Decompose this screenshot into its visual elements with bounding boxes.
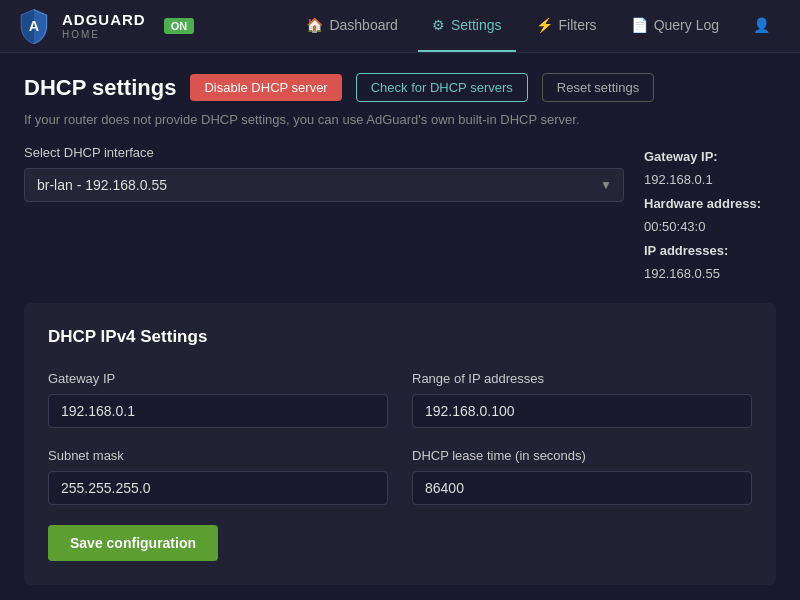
brand-sub: HOME bbox=[62, 29, 146, 40]
nav-label-settings: Settings bbox=[451, 17, 502, 33]
subtitle: If your router does not provide DHCP set… bbox=[24, 112, 776, 127]
subnet-input[interactable] bbox=[48, 471, 388, 505]
page-title-row: DHCP settings Disable DHCP server Check … bbox=[24, 73, 776, 102]
nav-item-settings[interactable]: ⚙ Settings bbox=[418, 0, 516, 52]
lease-time-label: DHCP lease time (in seconds) bbox=[412, 448, 752, 463]
card-title: DHCP IPv4 Settings bbox=[48, 327, 752, 347]
ip-addresses-row: IP addresses: 192.168.0.55 bbox=[644, 239, 776, 286]
svg-text:A: A bbox=[29, 18, 40, 34]
hardware-address-row: Hardware address: 00:50:43:0 bbox=[644, 192, 776, 239]
user-icon: 👤 bbox=[753, 17, 770, 33]
brand-text: ADGUARD HOME bbox=[62, 12, 146, 40]
navbar: A ADGUARD HOME ON 🏠 Dashboard ⚙ Settings… bbox=[0, 0, 800, 53]
range-ip-input[interactable] bbox=[412, 394, 752, 428]
gateway-ip-form-label: Gateway IP bbox=[48, 371, 388, 386]
nav-item-dashboard[interactable]: 🏠 Dashboard bbox=[292, 0, 412, 52]
nav-label-dashboard: Dashboard bbox=[329, 17, 398, 33]
nav-label-filters: Filters bbox=[559, 17, 597, 33]
save-configuration-button[interactable]: Save configuration bbox=[48, 525, 218, 561]
settings-icon: ⚙ bbox=[432, 17, 445, 33]
gateway-ip-label: Gateway IP: bbox=[644, 149, 718, 164]
interface-select[interactable]: br-lan - 192.168.0.55 bbox=[24, 168, 624, 202]
nav-item-querylog[interactable]: 📄 Query Log bbox=[617, 0, 733, 52]
querylog-icon: 📄 bbox=[631, 17, 648, 33]
interface-selector-area: Select DHCP interface br-lan - 192.168.0… bbox=[24, 145, 624, 202]
status-badge: ON bbox=[164, 18, 195, 34]
gateway-ip-value: 192.168.0.1 bbox=[644, 172, 713, 187]
range-ip-group: Range of IP addresses bbox=[412, 371, 752, 428]
nav-label-querylog: Query Log bbox=[654, 17, 719, 33]
nav-item-user[interactable]: 👤 bbox=[739, 0, 784, 52]
logo-icon: A bbox=[16, 8, 52, 44]
hardware-address-value: 00:50:43:0 bbox=[644, 219, 705, 234]
nav-item-filters[interactable]: ⚡ Filters bbox=[522, 0, 611, 52]
gateway-ip-row: Gateway IP: 192.168.0.1 bbox=[644, 145, 776, 192]
brand: A ADGUARD HOME ON bbox=[16, 8, 194, 44]
form-grid: Gateway IP Range of IP addresses Subnet … bbox=[48, 371, 752, 505]
gateway-ip-input[interactable] bbox=[48, 394, 388, 428]
main-content: DHCP settings Disable DHCP server Check … bbox=[0, 53, 800, 600]
hardware-address-label: Hardware address: bbox=[644, 196, 761, 211]
disable-dhcp-button[interactable]: Disable DHCP server bbox=[190, 74, 341, 101]
interface-label: Select DHCP interface bbox=[24, 145, 624, 160]
check-dhcp-button[interactable]: Check for DHCP servers bbox=[356, 73, 528, 102]
home-icon: 🏠 bbox=[306, 17, 323, 33]
gateway-ip-group: Gateway IP bbox=[48, 371, 388, 428]
interface-section: Select DHCP interface br-lan - 192.168.0… bbox=[24, 145, 776, 285]
ip-addresses-label: IP addresses: bbox=[644, 243, 728, 258]
filter-icon: ⚡ bbox=[536, 17, 553, 33]
ip-addresses-value: 192.168.0.55 bbox=[644, 266, 720, 281]
reset-settings-button[interactable]: Reset settings bbox=[542, 73, 654, 102]
dhcp-ipv4-card: DHCP IPv4 Settings Gateway IP Range of I… bbox=[24, 303, 776, 585]
nav-links: 🏠 Dashboard ⚙ Settings ⚡ Filters 📄 Query… bbox=[292, 0, 784, 52]
page-title: DHCP settings bbox=[24, 75, 176, 101]
info-block: Gateway IP: 192.168.0.1 Hardware address… bbox=[644, 145, 776, 285]
interface-info: Gateway IP: 192.168.0.1 Hardware address… bbox=[644, 145, 776, 285]
brand-name: ADGUARD bbox=[62, 12, 146, 29]
subnet-label: Subnet mask bbox=[48, 448, 388, 463]
range-ip-label: Range of IP addresses bbox=[412, 371, 752, 386]
lease-time-input[interactable] bbox=[412, 471, 752, 505]
subnet-group: Subnet mask bbox=[48, 448, 388, 505]
lease-time-group: DHCP lease time (in seconds) bbox=[412, 448, 752, 505]
interface-select-wrapper: br-lan - 192.168.0.55 ▼ bbox=[24, 168, 624, 202]
